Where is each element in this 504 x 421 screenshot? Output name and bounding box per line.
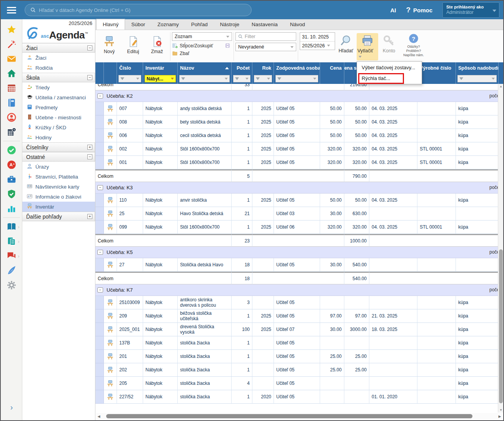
expander-icon[interactable]: − [87,45,92,50]
calendar-clock-icon[interactable] [4,125,19,139]
star-icon[interactable] [4,22,19,37]
column-header-icon[interactable] [104,62,117,74]
collapse-group-button[interactable]: − [97,287,103,292]
tab-n-stroje[interactable]: Nástroje [214,19,245,30]
calendar-grid-icon[interactable] [4,81,19,95]
horizontal-scroll-thumb[interactable] [106,414,472,418]
gear-icon[interactable] [4,278,19,292]
collapse-button[interactable]: Zbaľ [172,50,232,56]
filter-dropdown[interactable] [118,75,141,82]
table-row[interactable]: 25103009Nábytokantikoro skrinka dverová … [95,296,498,309]
column-header-nazov[interactable]: Názov [178,62,232,74]
table-row[interactable]: 227/52Nábytokstolička žiacka12020Učiteľ … [95,390,498,404]
date-field[interactable]: 31. 10. 2025 [300,33,335,41]
pen-icon[interactable] [4,263,19,278]
expander-icon[interactable]: + [87,214,92,219]
horizontal-scroll-track[interactable] [102,414,497,419]
scroll-right-arrow[interactable]: ▶ [497,414,502,418]
collapse-group-button[interactable]: − [97,250,103,255]
sidebar-item-rodi-ia[interactable]: Rodičia [22,63,95,73]
table-row[interactable]: 25NábytokHavo Stolička detská21Učiteľ 03… [95,207,498,221]
tab-poh-ad[interactable]: Pohľad [185,19,214,30]
column-header-cislo[interactable]: Číslo [117,62,143,74]
column-header-inventar[interactable]: Inventár [143,62,178,74]
sidebar-item-stravn-ci-platitelia[interactable]: Stravníci, Platitelia [22,172,95,182]
grade-icon[interactable]: A+ [4,157,19,172]
table-row[interactable]: 006Nábytokcecil stolička detská12025Učit… [95,129,498,142]
scroll-up-arrow[interactable]: ▲ [498,85,504,88]
table-row[interactable]: 001NábytokStôl 1600x800x70012025Učiteľ 0… [95,156,498,169]
briefcase-icon[interactable] [4,172,19,187]
collapse-group-button[interactable]: − [97,185,103,190]
sidebar-item-u-ebne-miestnosti[interactable]: Učebne - miestnosti [22,112,95,122]
collapse-group-button[interactable]: − [97,94,103,99]
sidebar-item-triedy[interactable]: Triedy [22,82,95,92]
filter-input[interactable]: Filter [235,32,296,41]
expander-icon[interactable]: − [87,75,92,80]
new-button[interactable]: Nový [98,34,120,56]
menu-icon[interactable] [1,1,22,19]
search-button[interactable]: Hľadať [335,33,357,55]
global-search-input[interactable]: Hľadať v dátach Agendy Online (Ctrl + G) [25,4,252,16]
sidebar-item-inform-cie-o-iakovi[interactable]: ДInformácie o žiakovi [22,192,95,202]
table-row[interactable]: 008Nábytokbety stolička detská12025Učite… [95,115,498,129]
table-row[interactable]: 202Nábytokstolička žiacka1Učiteľ 0525.00… [95,363,498,377]
check-circle-icon[interactable] [4,143,19,157]
questions-button[interactable]: ? Otázky?Problém?Napíšte nám. [400,33,427,57]
help-button[interactable]: ? Pomoc [406,6,432,14]
table-row[interactable]: 002NábytokStôl 1600x800x70012025Učiteľ 0… [95,142,498,156]
column-header-sposob[interactable]: Spôsob nadobudnutia [456,62,499,74]
tab-s-bor[interactable]: Súbor [125,19,151,30]
column-header-rok[interactable]: Rok [252,62,274,74]
delete-button[interactable]: Zmaž [146,34,168,56]
print-button[interactable]: Vytlačiť [357,33,378,60]
tab-hlavn-[interactable]: Hlavný [96,19,125,30]
sidebar-item-predmety[interactable]: Predmety [22,102,95,112]
shield-check-icon[interactable] [4,187,19,201]
edit-button[interactable]: Edituj [122,34,144,56]
table-row[interactable]: 137BNábytokstolička žiacka1Učiteľ 05kúpa [95,336,498,350]
sidebar-section--al-ie-poh-ady[interactable]: Ďalšie pohľady+ [22,212,95,221]
schoolyear-select[interactable]: 2025/2026 [300,41,335,50]
sidebar-item-u-itelia-zamestnanci[interactable]: Učitelia / zamestnanci [22,92,95,102]
column-header-pocet[interactable]: Počet [232,62,252,74]
column-header-vyrobne[interactable]: Výrobné číslo [417,62,456,74]
filter-dropdown[interactable] [233,75,250,82]
user-menu[interactable]: Ste prihlásený ako Administrátor [442,2,499,18]
person-circle-icon[interactable] [4,110,19,125]
table-row[interactable]: 205Nábytokstolička žiacka4Učiteľ 05kúpa [95,377,498,390]
mail-icon[interactable] [4,52,19,66]
home-icon[interactable] [4,66,19,81]
sidebar-item-kr-ky-kd[interactable]: Krúžky / ŠKD [22,122,95,132]
filter-dropdown[interactable] [179,75,230,82]
print-menu-item-rychla-tlac[interactable]: Rýchla tlač... [357,73,422,84]
save-icon[interactable] [225,43,230,48]
table-row[interactable]: 007Nábytokandy stolička detská12025Učite… [95,102,498,115]
sidebar-item-n-v-tevn-cke-karty[interactable]: Návštevnícke karty [22,182,95,192]
table-row[interactable]: 209Nábytokbéžová stolička učiteľská12025… [95,309,498,323]
sidebar-section-ostatn-[interactable]: Ostatné− [22,152,95,162]
column-header-gutter[interactable] [95,62,104,74]
table-row[interactable]: 27NábytokStolička detská Havo18Učiteľ 05… [95,258,498,272]
tab-zoznamy[interactable]: Zoznamy [151,19,185,30]
scroll-left-arrow[interactable]: ◀ [96,414,102,418]
filter-dropdown[interactable] [275,75,318,82]
ai-button[interactable]: AI [390,7,396,13]
sidebar-section--seln-ky[interactable]: Číselníky+ [22,142,95,152]
documents-icon[interactable]: › [4,234,19,249]
filter-dropdown[interactable] [254,75,272,82]
column-header-osoba[interactable]: Zodpovedná osoba [274,62,320,74]
print-menu-item-vyber-zostavy[interactable]: Výber tlačovej zostavy... [357,62,422,73]
vertical-scroll-thumb[interactable] [499,249,503,403]
sidebar-item--razy[interactable]: Úrazy [22,162,95,172]
chat-icon[interactable]: › [4,249,19,263]
column-header-cena[interactable]: Cena [320,62,344,74]
filter-dropdown-active[interactable]: Nábyt... [145,75,176,82]
bar-chart-icon[interactable] [4,201,19,216]
status-select[interactable]: Nevyradené [235,43,296,51]
sidebar-section--iaci[interactable]: Žiaci− [22,43,95,53]
library-icon[interactable]: › [4,219,19,234]
vertical-scrollbar[interactable]: ▲ ▼ [498,84,503,413]
list-select[interactable]: Zoznam [172,32,232,41]
sidebar-item-invent-r[interactable]: Inventár [22,202,95,212]
